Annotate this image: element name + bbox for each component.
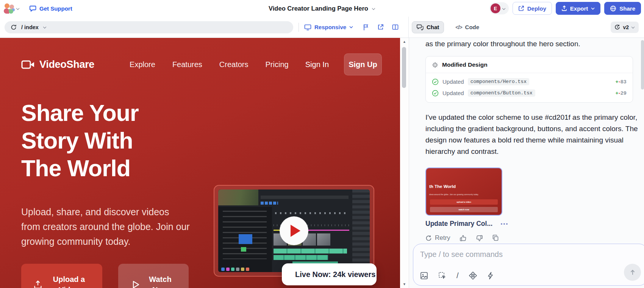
chat-icon — [417, 24, 424, 30]
chat-input-box[interactable]: / — [413, 244, 644, 286]
get-support-label: Get Support — [39, 5, 72, 12]
version-thumbnail-card[interactable]: th The World ideos around the globe. Joi… — [425, 167, 502, 216]
code-icon: </> — [455, 24, 462, 30]
brand-name: VideoShare — [39, 59, 94, 70]
tab-chat[interactable]: Chat — [412, 21, 444, 33]
sign-in-link[interactable]: Sign In — [305, 60, 329, 69]
deploy-label: Deploy — [527, 5, 546, 12]
watch-now-button[interactable]: Watch Now — [118, 264, 189, 288]
nav-link-features[interactable]: Features — [172, 60, 202, 69]
components-icon[interactable] — [469, 272, 477, 280]
avatar: E — [491, 3, 500, 13]
editor-swatch — [241, 247, 246, 252]
account-menu[interactable]: E — [489, 2, 509, 14]
device-label: Responsive — [314, 24, 346, 30]
chevron-down-icon — [16, 7, 20, 10]
live-now-label: Live Now: 24k viewers — [295, 270, 375, 279]
file-chip: components/Hero.tsx — [468, 78, 529, 85]
file-action: Updated — [442, 90, 464, 96]
hero-description: Upload, share, and discover videos from … — [21, 205, 190, 249]
open-in-new-icon[interactable] — [377, 24, 384, 30]
brand-logo[interactable]: VideoShare — [21, 59, 94, 70]
retry-button[interactable]: Retry — [425, 234, 450, 242]
slash-command-icon[interactable]: / — [456, 271, 459, 280]
mini-watch-button: watch now — [430, 207, 498, 212]
flag-icon[interactable] — [363, 24, 369, 31]
thumbs-up-icon[interactable] — [460, 235, 467, 242]
version-selector[interactable]: v2 — [611, 22, 639, 33]
editor-transport-controls — [275, 212, 347, 214]
play-button[interactable] — [280, 216, 308, 245]
scrollbar-thumb[interactable] — [402, 47, 406, 88]
split-view-icon[interactable] — [392, 24, 399, 30]
refresh-icon[interactable] — [11, 24, 17, 30]
nav-link-pricing[interactable]: Pricing — [266, 60, 289, 69]
message-actions: Retry — [425, 234, 640, 242]
file-update-row[interactable]: Updated components/Button.tsx +-29 — [432, 89, 627, 97]
chevron-down-icon — [349, 26, 353, 28]
modified-design-title: Modified Design — [442, 61, 488, 68]
hero-heading-line: Share Your — [21, 99, 188, 127]
play-outline-icon — [132, 280, 140, 288]
history-icon — [614, 24, 620, 30]
video-camera-icon — [21, 60, 35, 69]
bolt-icon[interactable] — [487, 272, 494, 280]
file-chip: components/Button.tsx — [468, 89, 535, 97]
get-support-link[interactable]: Get Support — [30, 5, 72, 12]
editor-audio-track — [274, 255, 328, 260]
chevron-down-icon — [631, 25, 635, 29]
hero-nav: VideoShare Explore Features Creators Pri… — [21, 53, 382, 76]
external-link-icon — [518, 5, 524, 11]
select-element-icon[interactable] — [438, 272, 446, 280]
thumbs-down-icon[interactable] — [476, 235, 483, 242]
device-selector[interactable]: Responsive — [304, 24, 353, 30]
share-button[interactable]: Share — [604, 2, 641, 15]
chevron-down-icon — [502, 7, 506, 10]
app-header: Get Support Video Creator Landing Page H… — [0, 0, 644, 17]
hero-nav-links: Explore Features Creators Pricing — [130, 60, 289, 69]
chat-pane: as the primary color throughout the hero… — [409, 38, 644, 288]
divider — [299, 23, 299, 32]
window-scrollbar-thumb[interactable] — [641, 40, 644, 89]
editor-dock — [221, 268, 267, 271]
upload-video-button[interactable]: Upload a Video — [21, 264, 102, 288]
sign-up-button[interactable]: Sign Up — [344, 53, 382, 75]
nav-link-creators[interactable]: Creators — [219, 60, 249, 69]
nav-link-explore[interactable]: Explore — [130, 60, 155, 69]
export-label: Export — [570, 5, 588, 12]
version-card-label[interactable]: Update Primary Col... — [425, 220, 492, 228]
mini-heading: th The World — [429, 184, 456, 189]
live-now-badge: Live Now: 24k viewers — [282, 263, 377, 285]
hero-video-card — [214, 185, 374, 277]
sparkle-icon — [432, 62, 438, 68]
chat-bubble-icon — [30, 5, 37, 12]
mini-upload-button: upload a video — [430, 199, 498, 205]
tab-code-label: Code — [465, 24, 480, 30]
export-button[interactable]: Export — [556, 2, 601, 15]
globe-icon — [610, 5, 616, 12]
version-label: v2 — [623, 24, 629, 30]
file-update-row[interactable]: Updated components/Hero.tsx +-83 — [432, 78, 627, 85]
chevron-down-icon[interactable] — [372, 7, 375, 10]
send-button[interactable] — [624, 264, 641, 281]
project-title: Video Creator Landing Page Hero — [269, 5, 368, 12]
assistant-message-clipped: as the primary color throughout the hero… — [425, 40, 640, 48]
chat-input[interactable] — [420, 250, 596, 259]
route-bar[interactable]: / index — [5, 21, 293, 33]
scroll-down-arrow[interactable]: ▼ — [400, 282, 409, 286]
editor-audio-track — [274, 249, 347, 254]
deploy-button[interactable]: Deploy — [513, 2, 552, 15]
tab-code[interactable]: </> Code — [451, 21, 484, 33]
preview-scrollbar: ▲ ▼ — [400, 38, 409, 288]
scroll-up-arrow[interactable]: ▲ — [400, 40, 409, 44]
chevron-down-icon — [43, 25, 47, 29]
hero-heading: Share Your Story With The World — [21, 99, 188, 182]
copy-icon[interactable] — [492, 235, 499, 241]
hero-heading-line: The World — [21, 155, 188, 182]
workspace-switcher[interactable] — [4, 3, 20, 14]
retry-icon — [425, 235, 432, 241]
video-thumbnail[interactable] — [218, 189, 370, 272]
editor-selection — [239, 234, 252, 244]
image-icon[interactable] — [420, 272, 428, 280]
more-menu-icon[interactable] — [499, 222, 509, 226]
